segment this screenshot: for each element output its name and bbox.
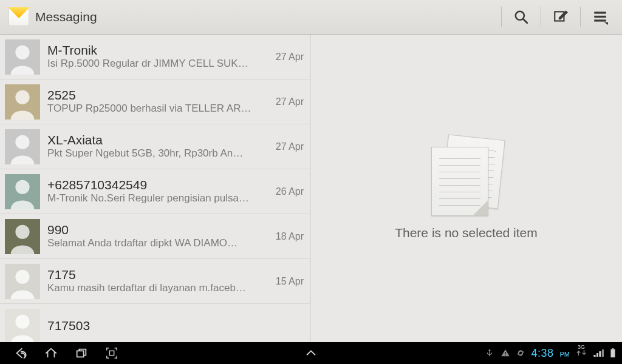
conversation-row[interactable]: XL-AxiataPkt Super Ngebut 5GB, 30hr, Rp3…: [0, 124, 310, 169]
screenshot-button[interactable]: [100, 342, 124, 364]
home-icon: [44, 346, 58, 360]
conversation-snippet: Isi Rp.5000 Regular dr JIMMY CELL SUK…: [47, 58, 265, 70]
sync-icon: [516, 349, 525, 357]
svg-rect-22: [109, 351, 114, 355]
conversation-date: 27 Apr: [271, 141, 304, 152]
conversation-snippet: Kamu masih terdaftar di layanan m.faceb…: [47, 282, 265, 294]
avatar: [5, 39, 40, 75]
avatar: [5, 264, 40, 299]
avatar: [5, 84, 40, 120]
conversation-date: 18 Apr: [271, 231, 304, 242]
menu-button[interactable]: [583, 0, 617, 34]
conversation-snippet: TOPUP Rp25000 berhasil via TELLER AR…: [47, 103, 265, 115]
warning-icon: [501, 348, 510, 358]
svg-rect-24: [505, 355, 506, 356]
search-icon: [513, 9, 529, 25]
detail-pane: There is no selected item: [310, 35, 622, 342]
status-clock-ampm: PM: [560, 351, 570, 358]
svg-rect-6: [594, 19, 606, 21]
svg-rect-26: [612, 348, 614, 349]
svg-point-14: [15, 180, 29, 194]
battery-icon: [610, 348, 616, 359]
expand-handle[interactable]: [299, 342, 323, 364]
signal-icon: [593, 348, 604, 359]
conversation-name: M-Tronik: [47, 43, 265, 58]
conversation-row[interactable]: 990Selamat Anda trdaftar dipkt WA DIAMO……: [0, 214, 310, 259]
svg-point-10: [15, 90, 29, 104]
svg-point-8: [15, 45, 29, 59]
svg-rect-4: [594, 12, 606, 13]
avatar: [5, 174, 40, 209]
svg-rect-21: [77, 351, 84, 357]
data-arrows-icon: [576, 349, 587, 356]
screenshot-icon: [105, 346, 118, 360]
action-bar: Messaging: [0, 0, 622, 35]
recent-apps-icon: [75, 346, 88, 360]
svg-rect-23: [505, 352, 506, 354]
recent-apps-button[interactable]: [69, 342, 94, 364]
conversation-name: 717503: [47, 318, 265, 333]
conversation-snippet: Pkt Super Ngebut 5GB, 30hr, Rp30rb An…: [47, 147, 265, 160]
chevron-up-icon: [304, 346, 318, 360]
network-type: 3G: [578, 345, 585, 349]
conversation-date: 27 Apr: [271, 52, 304, 62]
conversation-list[interactable]: M-TronikIsi Rp.5000 Regular dr JIMMY CEL…: [0, 35, 310, 342]
compose-icon: [553, 9, 569, 25]
system-navbar: 4:38 PM 3G: [0, 342, 622, 364]
back-button[interactable]: [9, 342, 33, 364]
conversation-row[interactable]: +6285710342549M-Tronik No.Seri Reguler p…: [0, 169, 310, 214]
menu-icon: [592, 9, 608, 25]
search-button[interactable]: [504, 0, 538, 34]
empty-illustration: [430, 137, 503, 216]
conversation-row[interactable]: 717503: [0, 304, 310, 342]
app-icon: [7, 5, 30, 29]
svg-rect-5: [594, 16, 606, 18]
conversation-name: 7175: [47, 268, 265, 282]
conversation-snippet: Selamat Anda trdaftar dipkt WA DIAMO…: [47, 237, 265, 249]
avatar: [5, 219, 40, 254]
conversation-date: 27 Apr: [271, 96, 304, 107]
conversation-row[interactable]: 2525TOPUP Rp25000 berhasil via TELLER AR…: [0, 79, 310, 124]
svg-line-1: [523, 19, 527, 23]
empty-message: There is no selected item: [395, 226, 538, 240]
svg-point-20: [15, 314, 29, 328]
usb-icon: [485, 348, 494, 358]
conversation-row[interactable]: M-TronikIsi Rp.5000 Regular dr JIMMY CEL…: [0, 35, 310, 79]
svg-point-18: [15, 269, 29, 283]
conversation-name: 990: [47, 223, 265, 237]
back-icon: [14, 346, 27, 360]
conversation-name: +6285710342549: [47, 178, 265, 192]
status-area[interactable]: 4:38 PM 3G: [485, 347, 616, 360]
svg-point-12: [15, 135, 29, 149]
svg-point-16: [15, 224, 29, 238]
app-title: Messaging: [35, 10, 97, 24]
compose-button[interactable]: [544, 0, 578, 34]
avatar: [5, 129, 40, 164]
conversation-date: 26 Apr: [271, 186, 304, 197]
home-button[interactable]: [39, 342, 63, 364]
svg-rect-25: [610, 349, 615, 358]
conversation-name: 2525: [47, 88, 265, 103]
conversation-row[interactable]: 7175Kamu masih terdaftar di layanan m.fa…: [0, 259, 310, 304]
status-clock: 4:38: [531, 347, 553, 360]
avatar: [5, 309, 40, 343]
conversation-snippet: M-Tronik No.Seri Reguler pengisian pulsa…: [47, 192, 265, 204]
conversation-name: XL-Axiata: [47, 133, 265, 147]
conversation-date: 15 Apr: [271, 276, 304, 287]
